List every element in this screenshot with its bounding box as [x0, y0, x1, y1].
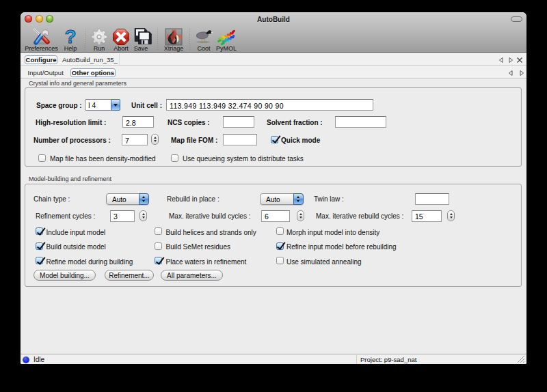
svg-text:?: ?	[64, 28, 76, 46]
